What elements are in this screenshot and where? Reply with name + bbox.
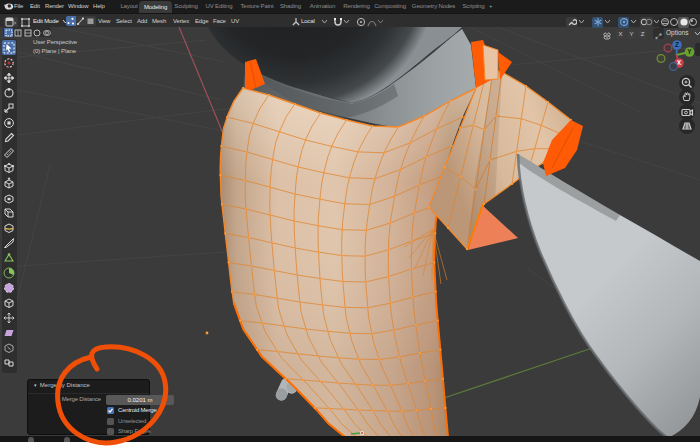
svg-text:Y: Y	[687, 48, 692, 55]
svg-text:Z: Z	[675, 41, 679, 48]
